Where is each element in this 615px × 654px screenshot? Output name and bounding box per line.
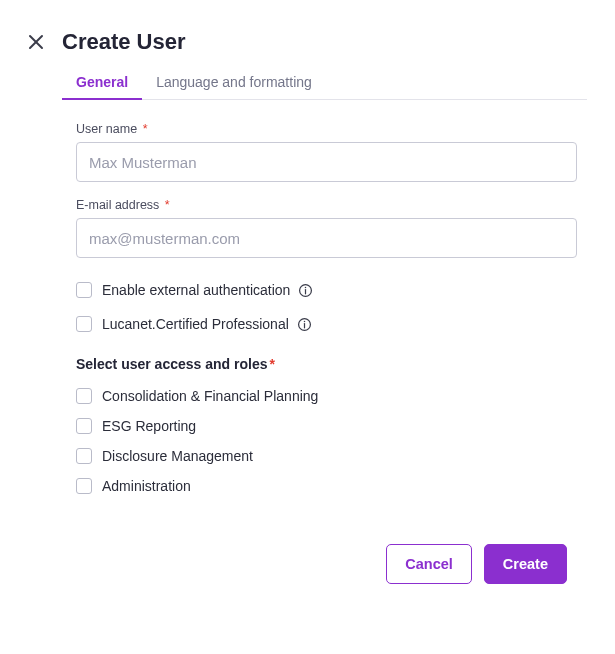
create-button[interactable]: Create	[484, 544, 567, 584]
role-label: Administration	[102, 478, 191, 494]
close-icon[interactable]	[28, 34, 44, 50]
email-input[interactable]	[76, 218, 577, 258]
roles-section-title: Select user access and roles*	[76, 356, 577, 372]
role-disclosure: Disclosure Management	[76, 448, 577, 464]
cancel-button[interactable]: Cancel	[386, 544, 472, 584]
username-label-text: User name	[76, 122, 137, 136]
role-label: Disclosure Management	[102, 448, 253, 464]
modal-title: Create User	[62, 28, 587, 56]
required-marker: *	[165, 198, 170, 212]
create-user-modal: Create User General Language and formatt…	[0, 0, 615, 604]
external-auth-label: Enable external authentication	[102, 282, 290, 298]
role-administration: Administration	[76, 478, 577, 494]
role-consolidation: Consolidation & Financial Planning	[76, 388, 577, 404]
role-label: Consolidation & Financial Planning	[102, 388, 318, 404]
role-checkbox[interactable]	[76, 478, 92, 494]
role-label: ESG Reporting	[102, 418, 196, 434]
required-marker: *	[143, 122, 148, 136]
svg-point-4	[305, 286, 307, 288]
external-auth-checkbox[interactable]	[76, 282, 92, 298]
email-label-text: E-mail address	[76, 198, 159, 212]
required-marker: *	[269, 356, 274, 372]
svg-point-7	[304, 320, 306, 322]
certified-pro-checkbox[interactable]	[76, 316, 92, 332]
modal-footer: Cancel Create	[76, 544, 577, 584]
option-external-auth: Enable external authentication	[76, 282, 577, 298]
role-checkbox[interactable]	[76, 418, 92, 434]
form-body: User name * E-mail address * Enable exte…	[76, 122, 577, 584]
role-checkbox[interactable]	[76, 448, 92, 464]
info-icon[interactable]	[298, 283, 313, 298]
username-label: User name *	[76, 122, 577, 136]
role-checkbox[interactable]	[76, 388, 92, 404]
email-label: E-mail address *	[76, 198, 577, 212]
info-icon[interactable]	[297, 317, 312, 332]
tab-bar: General Language and formatting	[62, 68, 587, 100]
certified-pro-label: Lucanet.Certified Professional	[102, 316, 289, 332]
role-esg: ESG Reporting	[76, 418, 577, 434]
tab-language-formatting[interactable]: Language and formatting	[142, 68, 326, 100]
option-certified-pro: Lucanet.Certified Professional	[76, 316, 577, 332]
username-input[interactable]	[76, 142, 577, 182]
roles-section-title-text: Select user access and roles	[76, 356, 267, 372]
tab-general[interactable]: General	[62, 68, 142, 100]
